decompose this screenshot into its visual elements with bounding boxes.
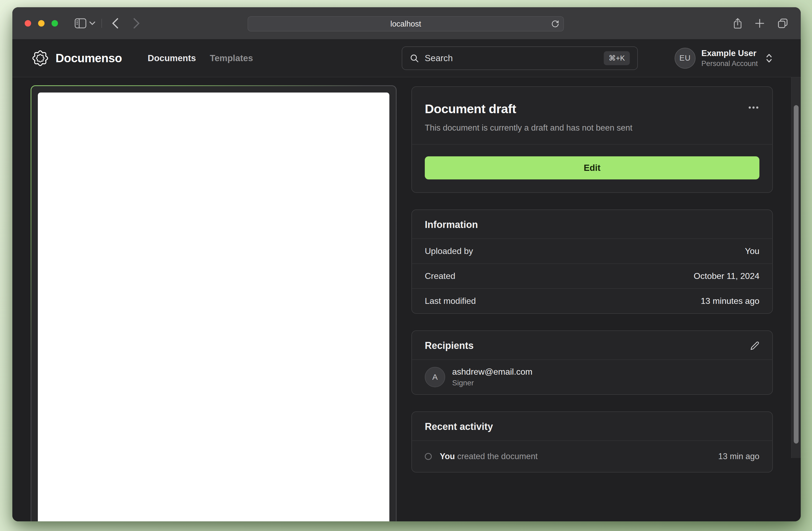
pencil-icon	[750, 341, 759, 350]
recent-activity-card: Recent activity You created the document…	[411, 411, 773, 473]
search-placeholder: Search	[425, 53, 453, 63]
info-row-last-modified: Last modified 13 minutes ago	[412, 288, 772, 313]
ellipsis-icon	[748, 106, 759, 109]
nav-documents[interactable]: Documents	[148, 53, 196, 63]
edit-recipients-button[interactable]	[750, 341, 759, 350]
app-header: Documenso Documents Templates Search ⌘+K…	[12, 39, 801, 77]
draft-card-description: This document is currently a draft and h…	[412, 116, 772, 144]
back-button[interactable]	[112, 18, 119, 29]
scrollbar-thumb[interactable]	[794, 105, 799, 444]
main-nav: Documents Templates	[148, 53, 253, 63]
info-row-created: Created October 11, 2024	[412, 263, 772, 288]
account-name: Example User	[701, 48, 758, 58]
minimize-window-button[interactable]	[38, 20, 45, 27]
activity-card-title: Recent activity	[425, 421, 493, 432]
plus-icon	[755, 18, 765, 28]
window-controls	[25, 20, 58, 27]
scrollbar-track	[791, 77, 801, 458]
search-shortcut-badge: ⌘+K	[604, 51, 630, 65]
document-sidebar: Document draft This document is currentl…	[411, 86, 773, 473]
draft-card-title: Document draft	[425, 101, 516, 116]
recipients-card-title: Recipients	[425, 340, 474, 351]
chevron-left-icon	[112, 18, 119, 29]
share-button[interactable]	[733, 18, 742, 29]
recipient-email: ashdrew@email.com	[452, 367, 532, 377]
documenso-logo-icon	[31, 49, 49, 67]
address-bar-url: localhost	[390, 19, 421, 28]
reload-icon	[551, 20, 559, 28]
zoom-window-button[interactable]	[52, 20, 58, 27]
recipient-avatar: A	[425, 367, 445, 387]
share-icon	[733, 18, 742, 29]
tab-overview-button[interactable]	[777, 18, 788, 29]
nav-templates[interactable]: Templates	[210, 53, 253, 63]
search-input[interactable]: Search ⌘+K	[402, 46, 638, 70]
activity-row: You created the document 13 min ago	[412, 440, 772, 472]
recipient-role: Signer	[452, 379, 532, 387]
close-window-button[interactable]	[25, 20, 31, 27]
chevron-down-icon	[89, 21, 96, 26]
forward-button[interactable]	[133, 18, 140, 29]
sidebar-icon	[75, 18, 86, 28]
document-page	[38, 92, 389, 521]
app-viewport: Documenso Documents Templates Search ⌘+K…	[12, 39, 801, 521]
reload-button[interactable]	[551, 20, 559, 28]
app-main: Document draft This document is currentl…	[12, 77, 801, 521]
documenso-logo-link[interactable]: Documenso	[31, 49, 122, 67]
tab-group-chevron-button[interactable]	[89, 21, 96, 26]
account-menu-button[interactable]: EU Example User Personal Account	[675, 48, 773, 69]
information-card-title: Information	[425, 219, 478, 230]
brand-name: Documenso	[56, 51, 122, 65]
new-tab-button[interactable]	[755, 18, 765, 28]
search-icon	[410, 54, 419, 63]
sidebar-toggle-button[interactable]	[75, 18, 86, 28]
info-row-uploaded-by: Uploaded by You	[412, 238, 772, 263]
more-options-button[interactable]	[748, 106, 759, 109]
recipient-row: A ashdrew@email.com Signer	[412, 359, 772, 394]
browser-toolbar: localhost	[12, 7, 801, 39]
toolbar-divider	[101, 19, 102, 28]
activity-actor: You	[440, 452, 455, 461]
document-preview-inner	[31, 86, 396, 521]
information-card: Information Uploaded by You Created Octo…	[411, 209, 773, 314]
edit-button[interactable]: Edit	[425, 156, 759, 179]
activity-action: created the document	[457, 452, 538, 461]
activity-status-icon	[425, 453, 432, 460]
activity-time: 13 min ago	[719, 452, 759, 461]
tabs-icon	[777, 18, 788, 29]
chevron-right-icon	[133, 18, 140, 29]
draft-status-card: Document draft This document is currentl…	[411, 86, 773, 193]
address-bar[interactable]: localhost	[248, 16, 564, 31]
user-avatar: EU	[675, 48, 696, 69]
chevron-up-down-icon	[765, 53, 773, 63]
browser-window: localhost	[12, 7, 801, 521]
account-subtitle: Personal Account	[701, 60, 758, 68]
recipients-card: Recipients A ashdrew@email.com	[411, 330, 773, 395]
document-preview-frame	[31, 85, 396, 521]
